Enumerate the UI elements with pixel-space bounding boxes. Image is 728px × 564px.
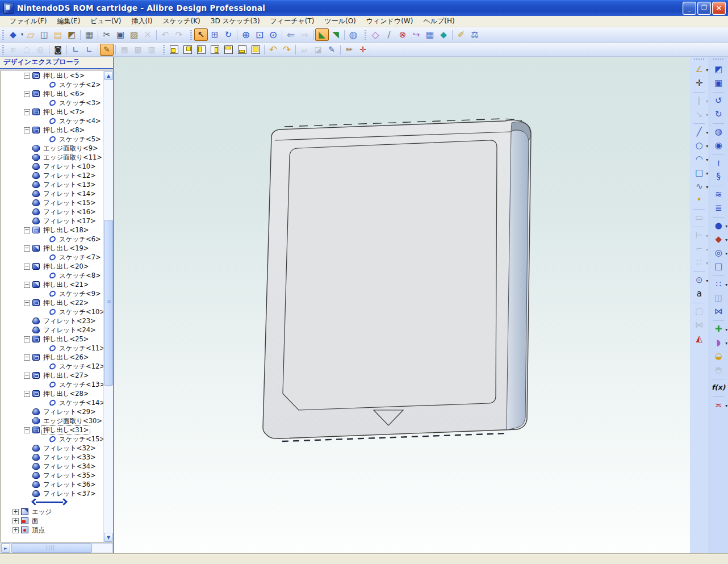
tree-item[interactable]: 押し出し<8> — [1, 126, 103, 135]
tree-expander[interactable] — [24, 91, 30, 97]
tree-item[interactable]: フィレット<36> — [1, 480, 103, 489]
coordinate-button[interactable]: ∟ — [69, 44, 82, 56]
tree-vertical-scrollbar[interactable]: ▲ ▼ — [103, 71, 113, 542]
view-iso-button[interactable] — [249, 44, 262, 56]
physical-properties-button[interactable]: ⚖ — [468, 28, 482, 41]
tree-horizontal-scrollbar[interactable]: ◄ ► — [1, 543, 113, 553]
point-tool-button[interactable]: • — [691, 193, 707, 207]
tree-expander[interactable] — [24, 264, 30, 270]
tree-item[interactable]: フィレット<14> — [1, 189, 103, 198]
tree-item[interactable]: 押し出し<21> — [1, 280, 103, 289]
tree-expander[interactable] — [24, 391, 30, 397]
tree-item[interactable]: 押し出し<19> — [1, 244, 103, 253]
cut-button[interactable]: ✂ — [100, 28, 114, 41]
revolve-cut-button[interactable]: ↻ — [710, 107, 726, 121]
tree-expander[interactable] — [24, 373, 30, 379]
dimension-measure-button[interactable]: ≍ — [710, 398, 726, 412]
sweep-cut-button[interactable]: § — [710, 170, 726, 183]
offset-tool-button[interactable]: ▢ — [691, 304, 707, 318]
wireframe-mode-button[interactable]: ◥ — [329, 28, 342, 41]
grid-button[interactable]: ▦ — [118, 44, 131, 56]
tree-expander[interactable] — [24, 227, 30, 233]
sketch-plane-button[interactable]: ▱ — [298, 44, 311, 56]
tree-item[interactable]: 押し出し<28> — [1, 389, 103, 398]
open-button[interactable]: ▱ — [24, 28, 37, 41]
tree-item[interactable]: 押し出し<5> — [1, 71, 103, 80]
view-left-button[interactable] — [194, 44, 208, 56]
tree-item-faces[interactable]: 面 — [1, 516, 103, 525]
dimension-toggle-button[interactable]: ✎ — [100, 44, 114, 56]
rotate-view-button[interactable]: ↻ — [221, 28, 235, 41]
rotate-left-button[interactable]: ↶ — [266, 44, 280, 56]
tree-expander[interactable] — [24, 336, 30, 342]
text-tool-button[interactable]: a — [691, 287, 707, 300]
equation-editor-button[interactable]: f(x) — [710, 381, 726, 394]
coordinate-ref-button[interactable]: ∟ — [82, 44, 96, 56]
tree-item[interactable]: フィレット<24> — [1, 325, 103, 335]
zoom-window-button[interactable]: ⊡ — [253, 28, 266, 41]
tree-item[interactable]: フィレット<23> — [1, 316, 103, 325]
tree-item[interactable]: フィレット<15> — [1, 198, 103, 207]
menu-item[interactable]: ウィンドウ(W) — [361, 15, 419, 27]
open-repository-button[interactable]: ▤ — [51, 28, 65, 41]
scroll-thumb-horizontal[interactable] — [11, 544, 92, 553]
tree-expander[interactable] — [24, 245, 30, 252]
tree-item[interactable]: エッジ面取り<30> — [1, 416, 103, 425]
hole-button[interactable]: ◎ — [710, 246, 726, 260]
corner-tool-button[interactable]: ⌐ — [691, 242, 707, 256]
save-button[interactable]: ◫ — [37, 28, 51, 41]
tree-item[interactable]: スケッチ<3> — [1, 98, 103, 107]
tree-item[interactable]: スケッチ<8> — [1, 271, 103, 280]
tree-expander[interactable] — [24, 282, 30, 288]
paste-button[interactable]: ▨ — [127, 28, 141, 41]
insert-plane-button[interactable]: ◇ — [369, 28, 382, 41]
view-normal-sketch-button[interactable]: ✛ — [356, 44, 370, 56]
spline-tool-button[interactable]: ∿ — [691, 179, 707, 193]
extrude-boss-button[interactable]: ◩ — [710, 62, 726, 76]
sketch-point-ref-button[interactable]: ✛ — [691, 76, 707, 90]
rollback-marker[interactable] — [1, 498, 103, 507]
arc-tool-button[interactable]: ◠ — [691, 152, 707, 166]
sweep-boss-button[interactable]: ≀ — [710, 156, 726, 170]
constraint-nodes-button[interactable]: ⧈ — [6, 44, 20, 56]
part-view-button[interactable]: ◆ — [437, 28, 450, 41]
copy-button[interactable]: ▣ — [114, 28, 127, 41]
tree-item[interactable]: フィレット<37> — [1, 489, 103, 498]
tree-item[interactable]: スケッチ<2> — [1, 80, 103, 89]
helix-boss-button[interactable]: ≋ — [710, 187, 726, 201]
grid-snap-button[interactable]: ▩ — [131, 44, 145, 56]
tree-item[interactable]: フィレット<16> — [1, 207, 103, 216]
delete-button[interactable]: ✕ — [141, 28, 154, 41]
menu-item[interactable]: ビュー(V) — [85, 15, 126, 27]
extrude-cut-button[interactable]: ▣ — [710, 76, 726, 90]
boolean-subtract-button[interactable]: ◗ — [710, 336, 726, 349]
scroll-down-icon[interactable]: ▼ — [104, 533, 113, 542]
scroll-thumb[interactable] — [104, 220, 113, 386]
tree-item[interactable]: スケッチ<5> — [1, 135, 103, 144]
redo-button[interactable]: ↷ — [172, 28, 186, 41]
tree-item[interactable]: スケッチ<13> — [1, 380, 103, 389]
print-button[interactable]: ▦ — [82, 28, 96, 41]
tree-expander[interactable] — [24, 127, 30, 133]
loft-boss-button[interactable]: ◍ — [710, 125, 726, 139]
tree-item[interactable]: 押し出し<7> — [1, 107, 103, 116]
view-bottom-button[interactable] — [235, 44, 249, 56]
tree-item[interactable]: フィレット<13> — [1, 180, 103, 189]
tree-item[interactable]: スケッチ<4> — [1, 116, 103, 126]
linear-pattern-sketch-button[interactable]: ∷ — [691, 256, 707, 269]
tree-item[interactable]: 押し出し<31> — [1, 425, 103, 435]
tree-item[interactable]: フィレット<34> — [1, 462, 103, 471]
view-right-button[interactable] — [208, 44, 221, 56]
boolean-add-button[interactable]: ✚ — [710, 322, 726, 336]
menu-item[interactable]: 3D スケッチ(3) — [206, 15, 265, 27]
grid-display-button[interactable]: ▥ — [145, 44, 158, 56]
tree-item[interactable]: 押し出し<26> — [1, 353, 103, 362]
tree-expander[interactable] — [24, 427, 30, 433]
project-to-sketch-button[interactable]: ◭ — [691, 332, 707, 345]
zoom-in-button[interactable]: ⊕ — [239, 28, 253, 41]
tree-item[interactable]: スケッチ<14> — [1, 398, 103, 407]
tree-item[interactable]: 押し出し<27> — [1, 371, 103, 380]
keyboard-entry-button[interactable]: ▭ — [691, 211, 707, 224]
tree-expander[interactable] — [24, 73, 30, 79]
trim-tool-button[interactable]: ⊢ — [691, 228, 707, 242]
